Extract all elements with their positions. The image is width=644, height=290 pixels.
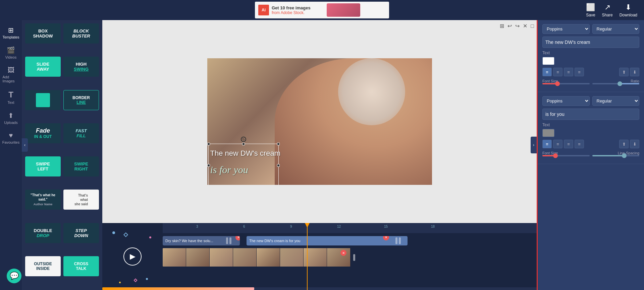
- rp-align-row2: ≡ ≡ ≡ ≡ ⬆ ⬇: [542, 140, 639, 148]
- sidebar-collapse-button[interactable]: ‹: [22, 138, 28, 152]
- text-input-2[interactable]: [542, 108, 639, 120]
- align-left-btn-2[interactable]: ≡: [542, 140, 552, 148]
- clip1-close-btn[interactable]: ✕: [235, 236, 240, 240]
- align-right-btn-2[interactable]: ≡: [564, 140, 573, 148]
- sidebar-item-templates[interactable]: ⊞ Templates: [1, 23, 21, 42]
- rp-section-text1: Poppins Regular Text ≡ ≡ ≡ ≡ ⬆ ⬇ Font Si…: [538, 20, 644, 92]
- share-icon: ↗: [604, 3, 610, 12]
- line-spacing-slider-2[interactable]: [592, 155, 640, 156]
- handle-tm[interactable]: [242, 143, 245, 145]
- text-label-1: Text: [542, 51, 639, 55]
- rp-font-row1: Poppins Regular: [542, 24, 639, 34]
- valign-top-btn-1[interactable]: ⬆: [619, 68, 629, 76]
- save-button[interactable]: ⬜ Save: [586, 3, 595, 17]
- font-select-1[interactable]: Poppins: [542, 24, 590, 34]
- redo-button[interactable]: ↪: [515, 23, 520, 29]
- template-swipe-right[interactable]: SWIPERIGHT: [63, 156, 99, 176]
- template-outside-inside[interactable]: OUTSIDEINSIDE: [25, 256, 61, 276]
- rotate-handle[interactable]: ↻: [241, 137, 246, 142]
- clip2-handle-right[interactable]: [395, 237, 397, 244]
- clip1-handle-right[interactable]: [229, 237, 231, 244]
- download-button[interactable]: ⬇ Download: [620, 3, 637, 17]
- template-box-shadow[interactable]: BOXSHADOW: [25, 23, 61, 44]
- align-justify-btn-1[interactable]: ≡: [575, 68, 584, 76]
- clip2-close-btn[interactable]: ✕: [383, 236, 389, 240]
- sidebar-item-add-images[interactable]: 🖼 Add Images: [1, 64, 21, 86]
- template-fade[interactable]: FadeIN & OUT: [25, 123, 61, 143]
- template-high-swing[interactable]: HIGHSWING: [63, 57, 99, 77]
- sidebar-item-text[interactable]: T Text: [1, 87, 21, 107]
- right-panel-toggle-button[interactable]: ›: [531, 137, 537, 153]
- clip1-handle-right2[interactable]: [226, 237, 228, 244]
- template-square[interactable]: [25, 90, 61, 110]
- sidebar-item-videos[interactable]: 🎬 Videos: [1, 44, 21, 62]
- font-style-select-1[interactable]: Regular: [592, 24, 640, 34]
- timeline: ▶ 3 6 9 12 15 18 Dry skin? We have the s…: [102, 223, 537, 290]
- handle-tl[interactable]: [207, 143, 210, 145]
- template-cross-talk[interactable]: CROSSTALK: [63, 256, 99, 276]
- rp-slider-row2: [542, 155, 639, 156]
- play-button[interactable]: ▶: [123, 247, 142, 266]
- subtitle-clip-1[interactable]: Dry skin? We have the solu... ✕: [163, 236, 240, 245]
- align-center-btn-2[interactable]: ≡: [553, 140, 562, 148]
- font-size-slider-2[interactable]: [542, 155, 590, 156]
- rp-color-row1: [542, 57, 639, 65]
- template-fast-fill[interactable]: FASTFILL: [63, 123, 99, 143]
- align-left-btn-1[interactable]: ≡: [542, 68, 552, 76]
- valign-bottom-btn-1[interactable]: ⬇: [630, 68, 639, 76]
- text-selection-box[interactable]: ↻ The new DW's cream is for you: [208, 144, 279, 185]
- ad-banner[interactable]: Ai Get 10 free images from Adobe Stock.: [255, 2, 389, 18]
- video-canvas: ↻ The new DW's cream is for you: [207, 58, 432, 185]
- handle-ml[interactable]: [207, 164, 210, 167]
- fullscreen-button[interactable]: □: [531, 23, 534, 29]
- chat-button[interactable]: 💬: [7, 269, 21, 283]
- dot4: [146, 278, 148, 280]
- diamond2: [133, 278, 137, 282]
- sidebar-item-favourites[interactable]: ♥ Favourites: [1, 129, 21, 147]
- save-icon: ⬜: [586, 3, 595, 12]
- controls-area: ▶: [102, 223, 163, 290]
- template-slide-away[interactable]: SLIDEAWAY: [25, 57, 61, 77]
- template-border-line[interactable]: BORDERLINE: [63, 90, 99, 110]
- favourites-icon: ♥: [9, 132, 13, 139]
- vf8: [327, 248, 351, 267]
- dot2: [149, 236, 151, 238]
- video-clip-handle[interactable]: [353, 254, 355, 261]
- color-swatch-2[interactable]: [542, 129, 554, 137]
- valign-bottom-btn-2[interactable]: ⬇: [630, 140, 639, 148]
- template-double-drop[interactable]: DOUBLEDROP: [25, 223, 61, 243]
- uploads-icon: ⬆: [8, 112, 14, 120]
- template-quote1[interactable]: "That's what he said."Author Name: [25, 190, 61, 210]
- dot1: [112, 231, 115, 234]
- subtitle-clip-2[interactable]: The new DW's cream is for you ✕: [247, 236, 408, 245]
- clip2-handle-right2[interactable]: [399, 237, 401, 244]
- ruler-mark-3: 3: [196, 225, 198, 228]
- valign-top-btn-2[interactable]: ⬆: [619, 140, 629, 148]
- ruler-mark-6: 6: [243, 225, 245, 228]
- font-select-2[interactable]: Poppins: [542, 96, 590, 106]
- share-button[interactable]: ↗ Share: [602, 3, 613, 17]
- align-center-btn-1[interactable]: ≡: [553, 68, 562, 76]
- font-size-slider-1[interactable]: [542, 83, 590, 84]
- template-block-buster[interactable]: BLOCKBUSTER: [63, 23, 99, 44]
- template-quote2[interactable]: That'swhatshe said: [63, 190, 99, 210]
- video-clip-close-btn[interactable]: ✕: [340, 250, 346, 256]
- template-swipe-left[interactable]: SWIPELEFT: [25, 156, 61, 176]
- grid-view-button[interactable]: ⊞: [500, 23, 504, 29]
- close-canvas-button[interactable]: ✕: [523, 23, 527, 29]
- font-style-select-2[interactable]: Regular: [592, 96, 640, 106]
- ratio-slider-1[interactable]: [592, 83, 640, 84]
- video-clip-1[interactable]: [163, 248, 351, 267]
- align-justify-btn-2[interactable]: ≡: [575, 140, 584, 148]
- handle-mr[interactable]: [277, 164, 280, 167]
- undo-button[interactable]: ↩: [507, 23, 512, 29]
- color-swatch-1[interactable]: [542, 57, 554, 65]
- canvas-text-line2: is for you: [210, 164, 248, 175]
- handle-tr[interactable]: [277, 143, 280, 145]
- align-right-btn-1[interactable]: ≡: [564, 68, 573, 76]
- playhead[interactable]: [307, 223, 308, 290]
- videos-icon: 🎬: [7, 46, 15, 54]
- sidebar-item-uploads[interactable]: ⬆ Uploads: [1, 109, 21, 127]
- template-step-down[interactable]: STEPDOWN: [63, 223, 99, 243]
- text-input-1[interactable]: [542, 37, 639, 48]
